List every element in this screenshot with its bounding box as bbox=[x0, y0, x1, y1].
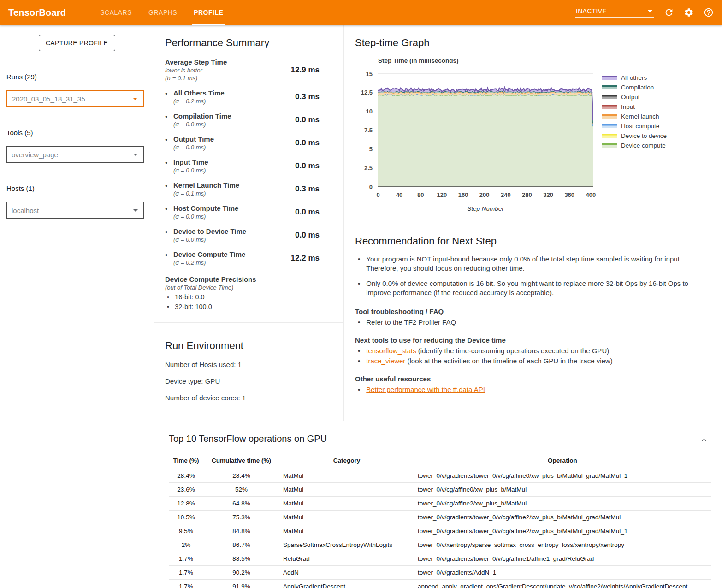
metric-label: All Others Time bbox=[173, 89, 225, 97]
metric-sigma: (σ = 0.2 ms) bbox=[173, 98, 225, 105]
metric-value: 0.3 ms bbox=[295, 92, 332, 101]
cell: tower_0/v/gradients/AddN_1 bbox=[414, 566, 711, 580]
chevron-up-icon[interactable] bbox=[700, 436, 708, 444]
cell: 10.5% bbox=[169, 511, 203, 524]
item-text: tensorflow_stats (identify the time-cons… bbox=[366, 347, 609, 355]
metric-value: 0.0 ms bbox=[295, 161, 332, 171]
column-header: Operation bbox=[414, 454, 711, 469]
cell: 64.8% bbox=[203, 497, 279, 511]
metric-value: 0.0 ms bbox=[295, 231, 332, 240]
cell: 1.7% bbox=[169, 552, 203, 566]
y-tick-label: 12.5 bbox=[361, 89, 373, 96]
performance-summary-panel: Performance Summary Average Step Time lo… bbox=[154, 25, 344, 421]
chart-title: Step Time (in milliseconds) bbox=[378, 57, 459, 64]
runs-label: Runs (29) bbox=[6, 73, 154, 81]
x-tick-label: 40 bbox=[396, 191, 402, 198]
average-step-time: Average Step Time lower is better (σ = 0… bbox=[165, 58, 332, 82]
x-tick-label: 360 bbox=[564, 191, 574, 198]
table-row[interactable]: 9.5%84.8%MatMultower_0/v/gradients/tower… bbox=[169, 524, 711, 538]
y-tick-label: 2.5 bbox=[364, 165, 373, 172]
step-time-chart: Step Time (in milliseconds)02.557.51012.… bbox=[355, 54, 722, 219]
metric-sigma: (σ = 0.0 ms) bbox=[173, 144, 214, 151]
cell: 88.5% bbox=[203, 552, 279, 566]
table-row[interactable]: 10.5%75.3%MatMultower_0/v/gradients/towe… bbox=[169, 511, 711, 524]
cell: 23.6% bbox=[169, 483, 203, 497]
bullet: • bbox=[165, 227, 173, 243]
bullet: • bbox=[358, 347, 360, 355]
cell: tower_0/v/xentropy/sparse_softmax_cross_… bbox=[414, 538, 711, 552]
cell: ApplyGradientDescent bbox=[279, 580, 414, 588]
table-row[interactable]: 12.8%64.8%MatMultower_0/v/cg/affine2/xw_… bbox=[169, 497, 711, 511]
metric-value: 0.0 ms bbox=[295, 208, 332, 217]
legend-line bbox=[602, 134, 617, 136]
runs-select[interactable]: 2020_03_05_18_31_35 bbox=[6, 90, 144, 107]
metric-row: •Compilation Time(σ = 0.0 ms)0.0 ms bbox=[165, 112, 332, 128]
runs-select-value: 2020_03_05_18_31_35 bbox=[12, 95, 85, 103]
tool-link[interactable]: trace_viewer bbox=[366, 357, 405, 365]
nav-tab-scalars[interactable]: SCALARS bbox=[98, 0, 134, 25]
nav-tab-profile[interactable]: PROFILE bbox=[192, 0, 225, 25]
recommendation-sublist: •Refer to the TF2 Profiler FAQ bbox=[355, 318, 722, 326]
metric-sigma: (σ = 0.1 ms) bbox=[173, 190, 239, 197]
recommendation-subsections: Tool troubleshooting / FAQ•Refer to the … bbox=[355, 308, 722, 393]
column-header: Time (%) bbox=[169, 454, 203, 469]
x-tick-label: 120 bbox=[437, 191, 447, 198]
status-dropdown[interactable]: INACTIVE bbox=[575, 7, 654, 18]
recommendation-bullet: •Your program is NOT input-bound because… bbox=[355, 255, 704, 273]
nav-tab-graphs[interactable]: GRAPHS bbox=[147, 0, 179, 25]
settings-gear-icon[interactable] bbox=[684, 7, 694, 18]
cell: 90.2% bbox=[203, 566, 279, 580]
cell: SparseSoftmaxCrossEntropyWithLogits bbox=[279, 538, 414, 552]
bullet: • bbox=[165, 112, 173, 128]
tool-link[interactable]: Better performance with the tf.data API bbox=[366, 386, 485, 393]
x-axis-label: Step Number bbox=[467, 205, 504, 212]
hosts-select[interactable]: localhost bbox=[6, 202, 144, 219]
cell: append_apply_gradient_ops/GradientDescen… bbox=[414, 580, 711, 588]
bullet: • bbox=[165, 158, 173, 174]
step-time-breakdown-list: •All Others Time(σ = 0.2 ms)0.3 ms•Compi… bbox=[165, 89, 332, 266]
refresh-icon[interactable] bbox=[664, 7, 674, 18]
y-tick-label: 15 bbox=[366, 71, 373, 77]
table-row[interactable]: 2%86.7%SparseSoftmaxCrossEntropyWithLogi… bbox=[169, 538, 711, 552]
legend-line bbox=[602, 85, 617, 87]
cell: 91.9% bbox=[203, 580, 279, 588]
metric-row: •Input Time(σ = 0.0 ms)0.0 ms bbox=[165, 158, 332, 174]
tools-select[interactable]: overview_page bbox=[6, 146, 144, 163]
item-text: trace_viewer (look at the activities on … bbox=[366, 357, 612, 365]
run-environment-title: Run Environment bbox=[165, 340, 332, 352]
cell: ReluGrad bbox=[279, 552, 414, 566]
device-compute-precisions: Device Compute Precisions (out of Total … bbox=[165, 275, 332, 310]
help-icon[interactable] bbox=[704, 7, 714, 18]
recommendation-subhead: Other useful resources bbox=[355, 375, 722, 383]
cell: 75.3% bbox=[203, 511, 279, 524]
cell: 1.7% bbox=[169, 566, 203, 580]
recommendation-subhead: Tool troubleshooting / FAQ bbox=[355, 308, 722, 315]
top-ops-table: Time (%)Cumulative time (%)CategoryOpera… bbox=[169, 454, 711, 588]
cell: 86.7% bbox=[203, 538, 279, 552]
average-step-time-note: lower is better bbox=[165, 67, 227, 74]
table-row[interactable]: 1.7%91.9%ApplyGradientDescentappend_appl… bbox=[169, 580, 711, 588]
item-text: Refer to the TF2 Profiler FAQ bbox=[366, 318, 456, 326]
legend-line bbox=[602, 95, 617, 97]
top-ops-section: Top 10 TensorFlow operations on GPU Time… bbox=[154, 421, 722, 588]
recommendation-item: •tensorflow_stats (identify the time-con… bbox=[355, 347, 722, 355]
table-row[interactable]: 1.7%90.2%AddNtower_0/v/gradients/AddN_1 bbox=[169, 566, 711, 580]
run-environment-lines: Number of Hosts used: 1Device type: GPUN… bbox=[165, 361, 332, 402]
bullet: • bbox=[358, 255, 360, 273]
metric-row: •All Others Time(σ = 0.2 ms)0.3 ms bbox=[165, 89, 332, 105]
precisions-heading: Device Compute Precisions bbox=[165, 275, 332, 283]
app-title: TensorBoard bbox=[8, 7, 66, 18]
legend-line bbox=[602, 76, 617, 77]
table-row[interactable]: 1.7%88.5%ReluGradtower_0/v/gradients/tow… bbox=[169, 552, 711, 566]
table-row[interactable]: 28.4%28.4%MatMultower_0/v/gradients/towe… bbox=[169, 469, 711, 483]
precisions-list: 16-bit: 0.032-bit: 100.0 bbox=[165, 293, 332, 310]
bullet: • bbox=[358, 279, 360, 297]
y-tick-label: 10 bbox=[366, 108, 373, 115]
capture-profile-button[interactable]: CAPTURE PROFILE bbox=[39, 35, 115, 51]
tool-link[interactable]: tensorflow_stats bbox=[366, 347, 416, 355]
cell: tower_0/v/gradients/tower_0/v/cg/affine2… bbox=[414, 524, 711, 538]
metric-sigma: (σ = 0.0 ms) bbox=[173, 121, 231, 128]
table-row[interactable]: 23.6%52%MatMultower_0/v/cg/affine0/xw_pl… bbox=[169, 483, 711, 497]
bullet: • bbox=[358, 386, 360, 393]
legend-line bbox=[602, 114, 617, 116]
